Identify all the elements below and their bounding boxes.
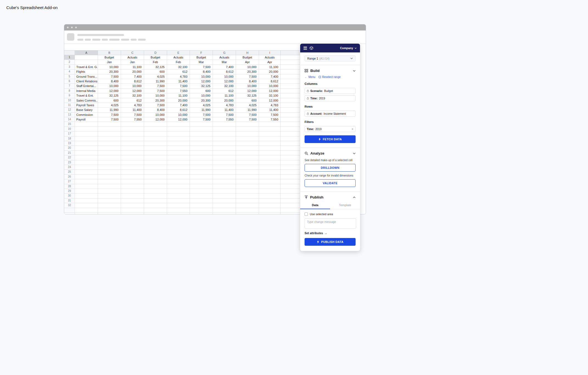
cell[interactable] — [144, 160, 167, 165]
cell[interactable]: 20,300 — [190, 98, 213, 103]
cell[interactable] — [75, 184, 98, 189]
cell[interactable] — [144, 179, 167, 184]
cell[interactable]: 4,783 — [259, 103, 281, 108]
column-header-A[interactable]: A — [75, 50, 98, 55]
cell[interactable]: Jan — [98, 60, 121, 65]
cell[interactable] — [281, 79, 300, 84]
cell[interactable]: Jan — [121, 60, 144, 65]
cell[interactable]: 32,125 — [98, 93, 121, 98]
cell[interactable] — [144, 127, 167, 131]
cell[interactable] — [236, 160, 259, 165]
cell[interactable] — [167, 203, 190, 208]
cell[interactable]: 12,000 — [259, 89, 281, 93]
cell[interactable] — [121, 208, 144, 213]
cell[interactable] — [259, 179, 281, 184]
cell[interactable] — [190, 136, 213, 141]
cell[interactable] — [190, 198, 213, 203]
cell[interactable]: 11,100 — [167, 93, 190, 98]
cell[interactable] — [167, 184, 190, 189]
column-header-D[interactable]: D — [144, 50, 167, 55]
cell[interactable]: 10,000 — [98, 65, 121, 69]
column-header-E[interactable]: E — [167, 50, 190, 55]
cell[interactable]: Mar — [213, 60, 236, 65]
cell[interactable]: 32,100 — [167, 65, 190, 69]
cell[interactable]: 7,500 — [121, 113, 144, 117]
cell[interactable]: 32,125 — [236, 93, 259, 98]
cell[interactable] — [281, 151, 300, 155]
cell[interactable]: 7,500 — [190, 65, 213, 69]
cell[interactable] — [213, 184, 236, 189]
cell[interactable] — [144, 198, 167, 203]
cell[interactable] — [190, 170, 213, 174]
cell[interactable] — [281, 65, 300, 69]
cell[interactable]: 4,025 — [144, 74, 167, 79]
cell[interactable]: 7,500 — [144, 89, 167, 93]
cell[interactable] — [98, 136, 121, 141]
cell[interactable] — [98, 208, 121, 213]
cell[interactable] — [190, 208, 213, 213]
cell[interactable] — [144, 208, 167, 213]
cell[interactable] — [98, 189, 121, 194]
cell[interactable] — [98, 155, 121, 160]
row-header-27[interactable]: 27 — [64, 179, 75, 184]
cell[interactable]: 20,000 — [167, 98, 190, 103]
cell[interactable] — [121, 141, 144, 146]
cell[interactable] — [98, 146, 121, 150]
cell[interactable]: 7,550 — [259, 117, 281, 122]
cell[interactable] — [167, 213, 190, 214]
cell[interactable]: Budget — [236, 55, 259, 60]
cell[interactable] — [281, 69, 300, 74]
row-header-12[interactable]: 12 — [64, 108, 75, 112]
cell[interactable]: 10,000 — [167, 113, 190, 117]
cell[interactable]: 7,500 — [98, 113, 121, 117]
column-pill-scenario[interactable]: Scenario: Budget — [305, 88, 356, 94]
cell[interactable] — [144, 189, 167, 194]
cell[interactable] — [144, 155, 167, 160]
window-control-dot[interactable] — [67, 27, 69, 28]
row-header-1[interactable]: 1 — [64, 55, 75, 60]
cell[interactable] — [236, 208, 259, 213]
cell[interactable] — [190, 213, 213, 214]
cell[interactable] — [281, 175, 300, 179]
cell[interactable] — [236, 151, 259, 155]
validate-button[interactable]: VALIDATE — [305, 179, 356, 187]
column-header-B[interactable]: B — [98, 50, 121, 55]
cell[interactable]: 11,990 — [190, 108, 213, 112]
cell[interactable] — [281, 170, 300, 174]
cell[interactable]: 7,500 — [190, 113, 213, 117]
cell[interactable] — [236, 136, 259, 141]
reselect-range-link[interactable]: Reselect range — [319, 75, 341, 79]
cell[interactable] — [236, 213, 259, 214]
cell[interactable] — [190, 165, 213, 170]
cell[interactable] — [167, 170, 190, 174]
cell[interactable] — [259, 194, 281, 198]
tab-template[interactable]: Template — [330, 201, 360, 209]
cell[interactable] — [75, 189, 98, 194]
row-header-20[interactable]: 20 — [64, 146, 75, 150]
cell[interactable] — [281, 84, 300, 88]
cell[interactable] — [98, 175, 121, 179]
cell[interactable] — [281, 198, 300, 203]
cell[interactable] — [75, 170, 98, 174]
cell[interactable]: 11,400 — [167, 79, 190, 84]
cell[interactable] — [121, 179, 144, 184]
cell[interactable] — [190, 203, 213, 208]
cell[interactable] — [281, 122, 300, 127]
cell[interactable] — [236, 175, 259, 179]
cell[interactable]: 20,300 — [236, 69, 259, 74]
cell[interactable] — [259, 151, 281, 155]
cell[interactable] — [213, 194, 236, 198]
cell[interactable] — [213, 179, 236, 184]
cell[interactable]: 12,000 — [121, 89, 144, 93]
cell[interactable] — [281, 60, 300, 65]
cell[interactable] — [75, 203, 98, 208]
cell[interactable]: Flights — [75, 69, 98, 74]
cell[interactable] — [75, 136, 98, 141]
cell[interactable]: 10,000 — [236, 84, 259, 88]
cell[interactable] — [259, 160, 281, 165]
cell[interactable] — [281, 136, 300, 141]
cell[interactable] — [75, 151, 98, 155]
cell[interactable] — [75, 198, 98, 203]
cell[interactable]: Actuals — [167, 55, 190, 60]
chevron-up-icon[interactable] — [353, 197, 356, 198]
